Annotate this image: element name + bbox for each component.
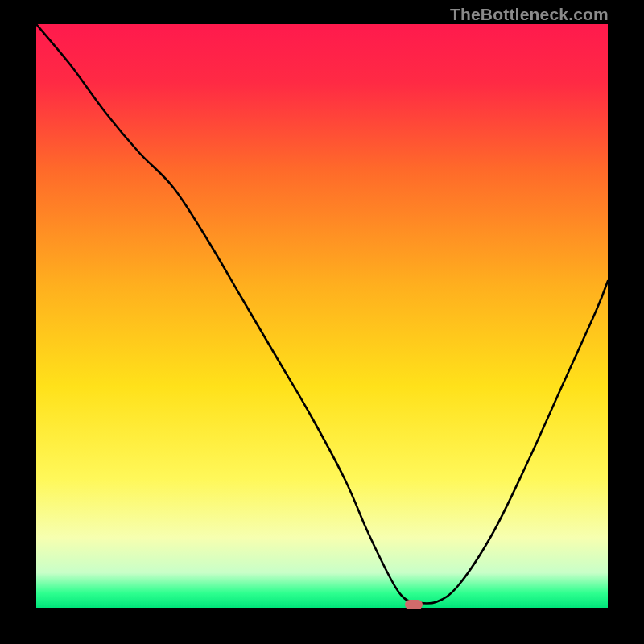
bottleneck-curve <box>36 24 608 604</box>
watermark-text: TheBottleneck.com <box>450 5 609 24</box>
plot-area <box>36 24 608 608</box>
optimal-marker <box>405 600 423 609</box>
chart-stage: TheBottleneck.com <box>0 0 644 644</box>
curve-layer <box>36 24 608 608</box>
